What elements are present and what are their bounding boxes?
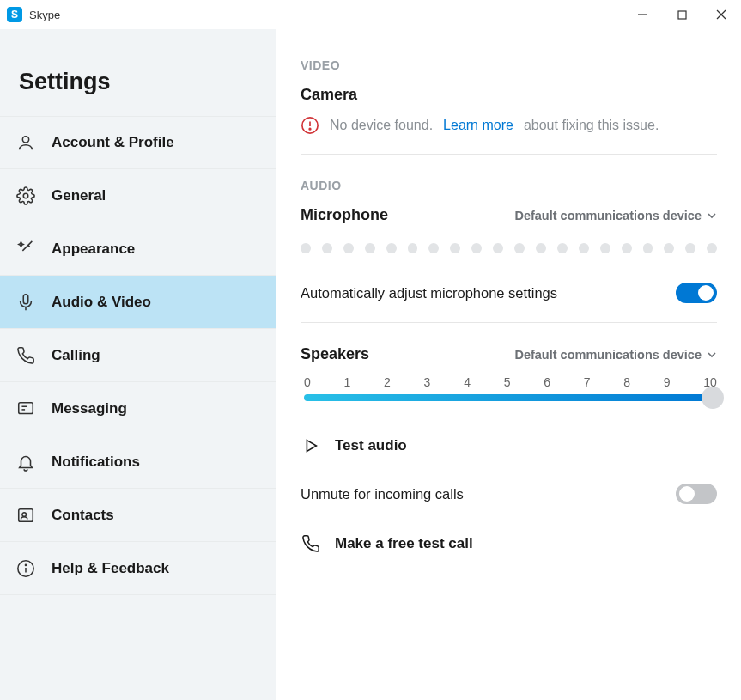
sidebar-item-calling[interactable]: Calling [0,329,276,382]
sidebar-item-audio-video[interactable]: Audio & Video [0,276,276,329]
speakers-heading: Speakers [301,345,369,363]
camera-error-text: No device found. [330,118,433,133]
unmute-incoming-label: Unmute for incoming calls [301,486,464,502]
learn-more-link[interactable]: Learn more [443,118,513,133]
minimize-button[interactable] [623,0,662,29]
speaker-volume-slider[interactable] [304,394,714,401]
skype-logo-icon: S [7,7,22,22]
chevron-down-icon [707,210,717,221]
maximize-button[interactable] [662,0,702,29]
svg-point-18 [309,128,311,130]
speaker-slider-ticks: 0 1 2 3 4 5 6 7 8 9 10 [304,375,717,389]
sidebar-item-account[interactable]: Account & Profile [0,116,276,169]
phone-icon [15,345,36,366]
svg-rect-6 [23,294,28,303]
test-audio-label: Test audio [335,437,407,454]
test-audio-button[interactable]: Test audio [301,413,717,478]
sidebar-item-label: Account & Profile [52,134,174,151]
svg-rect-8 [19,402,33,413]
wand-icon [15,239,36,259]
sidebar-item-help[interactable]: Help & Feedback [0,542,276,595]
sidebar-item-general[interactable]: General [0,169,276,222]
message-icon [15,399,36,419]
svg-marker-19 [307,441,316,452]
titlebar: S Skype [0,0,741,29]
window-title: Skype [29,9,60,21]
camera-status-row: No device found. Learn more about fixing… [301,116,717,155]
sidebar-item-label: Calling [52,347,100,364]
content-pane: VIDEO Camera No device found. Learn more… [276,29,741,700]
person-icon [15,132,36,153]
slider-thumb[interactable] [702,387,724,409]
warning-icon [301,116,319,135]
make-test-call-button[interactable]: Make a free test call [301,523,717,576]
sidebar-item-label: Notifications [52,453,140,471]
sidebar: Settings Account & Profile General Appea… [0,29,276,700]
contacts-icon [15,505,36,526]
settings-heading: Settings [0,29,276,116]
auto-adjust-mic-label: Automatically adjust microphone settings [301,285,557,301]
play-icon [301,435,321,456]
speakers-device-label: Default communications device [514,348,702,362]
sidebar-item-label: Appearance [52,240,135,258]
sidebar-item-label: Help & Feedback [52,560,169,577]
microphone-heading: Microphone [301,206,388,224]
camera-error-suffix: about fixing this issue. [524,118,659,133]
sidebar-item-messaging[interactable]: Messaging [0,382,276,435]
svg-point-12 [22,512,27,516]
bell-icon [15,452,36,472]
sidebar-item-label: Contacts [52,507,114,524]
speakers-device-dropdown[interactable]: Default communications device [514,348,717,362]
microphone-device-dropdown[interactable]: Default communications device [514,209,717,222]
microphone-icon [15,292,36,313]
gear-icon [15,186,36,206]
svg-rect-1 [678,11,686,19]
sidebar-item-label: Messaging [52,400,127,417]
svg-point-15 [25,564,26,565]
svg-point-4 [22,137,28,143]
audio-section-label: AUDIO [301,179,717,192]
auto-adjust-mic-toggle[interactable] [676,283,717,303]
unmute-incoming-toggle[interactable] [676,484,717,504]
sidebar-item-appearance[interactable]: Appearance [0,222,276,276]
sidebar-item-label: Audio & Video [52,294,151,311]
phone-icon [301,533,321,554]
microphone-device-label: Default communications device [514,209,702,222]
svg-point-5 [23,193,28,198]
microphone-level-meter [301,243,717,253]
sidebar-item-notifications[interactable]: Notifications [0,435,276,489]
sidebar-item-contacts[interactable]: Contacts [0,489,276,542]
info-icon [15,558,36,579]
close-button[interactable] [702,0,741,29]
video-section-label: VIDEO [301,58,717,72]
camera-heading: Camera [301,86,717,104]
make-test-call-label: Make a free test call [335,535,473,552]
chevron-down-icon [707,350,717,360]
sidebar-item-label: General [52,187,106,204]
